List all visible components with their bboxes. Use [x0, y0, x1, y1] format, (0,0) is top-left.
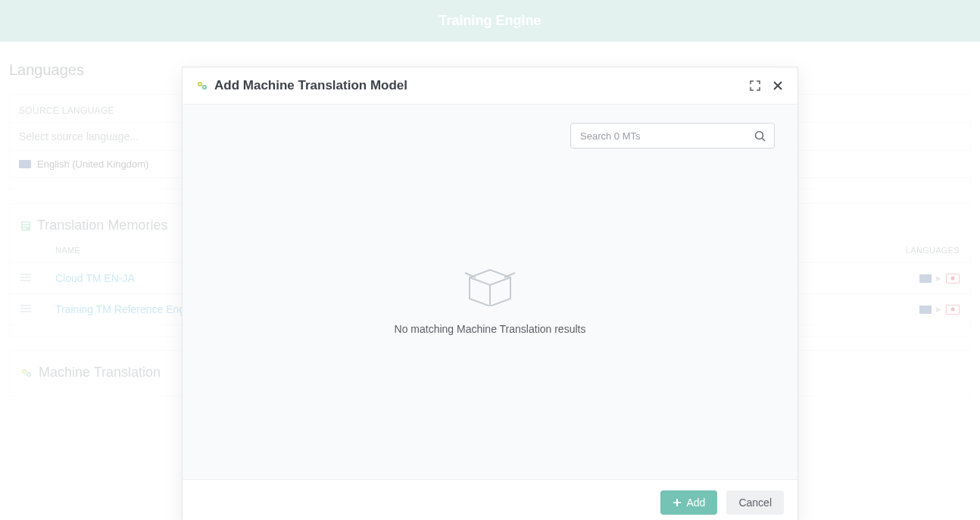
- svg-point-17: [204, 86, 205, 88]
- dialog-title: Add Machine Translation Model: [196, 78, 407, 93]
- search-input[interactable]: [579, 130, 754, 143]
- dialog-body: No matching Machine Translation results: [183, 105, 797, 419]
- gears-icon: [196, 80, 208, 92]
- empty-box-icon: [462, 262, 518, 306]
- svg-line-19: [763, 138, 766, 141]
- maximize-icon[interactable]: [749, 80, 761, 92]
- svg-point-16: [199, 83, 201, 85]
- svg-point-18: [756, 131, 763, 139]
- search-input-wrap[interactable]: [570, 123, 775, 149]
- empty-state: No matching Machine Translation results: [205, 262, 775, 335]
- add-mt-model-dialog: Add Machine Translation Model: [182, 67, 798, 419]
- empty-state-text: No matching Machine Translation results: [395, 323, 586, 335]
- close-icon[interactable]: [772, 80, 784, 92]
- search-icon: [754, 130, 766, 143]
- dialog-header: Add Machine Translation Model: [183, 67, 797, 105]
